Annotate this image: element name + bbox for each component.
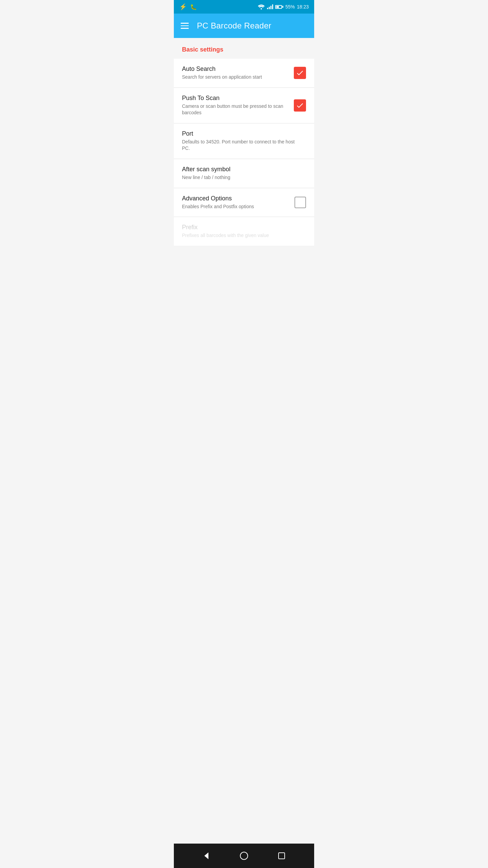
auto-search-content: Auto Search Search for servers on applic… [182, 65, 294, 81]
home-button[interactable] [236, 848, 252, 864]
port-item[interactable]: Port Defaults to 34520. Port number to c… [174, 123, 314, 159]
section-title: Basic settings [182, 46, 223, 53]
svg-marker-1 [204, 852, 208, 859]
section-header: Basic settings [174, 38, 314, 59]
auto-search-item[interactable]: Auto Search Search for servers on applic… [174, 59, 314, 88]
port-title: Port [182, 130, 301, 137]
usb-icon: ⚡ [179, 3, 187, 11]
prefix-title: Prefix [182, 224, 301, 231]
push-to-scan-checkbox[interactable] [294, 99, 306, 112]
after-scan-desc: New line / tab / nothing [182, 174, 301, 181]
wifi-icon [258, 4, 265, 9]
app-title: PC Barcode Reader [197, 21, 271, 31]
push-to-scan-item[interactable]: Push To Scan Camera or scan button must … [174, 88, 314, 123]
status-bar: ⚡ 🐛 55% 18:23 [174, 0, 314, 14]
battery-icon [275, 5, 283, 9]
hamburger-line-2 [181, 25, 189, 26]
advanced-options-item[interactable]: Advanced Options Enables Prefix and Post… [174, 188, 314, 217]
menu-button[interactable] [181, 23, 189, 29]
advanced-options-content: Advanced Options Enables Prefix and Post… [182, 195, 294, 210]
auto-search-checkbox[interactable] [294, 67, 306, 79]
push-to-scan-content: Push To Scan Camera or scan button must … [182, 95, 294, 116]
after-scan-content: After scan symbol New line / tab / nothi… [182, 166, 306, 181]
recent-button[interactable] [273, 848, 290, 864]
push-to-scan-title: Push To Scan [182, 95, 288, 102]
prefix-content: Prefix Prefixes all barcodes with the gi… [182, 224, 306, 239]
port-content: Port Defaults to 34520. Port number to c… [182, 130, 306, 152]
status-bar-left: ⚡ 🐛 [179, 3, 197, 11]
advanced-options-title: Advanced Options [182, 195, 289, 202]
hamburger-line-3 [181, 28, 189, 29]
advanced-options-desc: Enables Prefix and Postfix options [182, 203, 289, 210]
back-button[interactable] [198, 848, 215, 864]
advanced-options-checkbox[interactable] [294, 197, 306, 208]
battery-percentage: 55% [285, 4, 295, 9]
time: 18:23 [297, 4, 309, 9]
bug-icon: 🐛 [190, 4, 197, 10]
bottom-nav [174, 844, 314, 868]
after-scan-title: After scan symbol [182, 166, 301, 173]
svg-point-2 [240, 852, 248, 860]
prefix-desc: Prefixes all barcodes with the given val… [182, 232, 301, 239]
hamburger-line-1 [181, 23, 189, 24]
port-desc: Defaults to 34520. Port number to connec… [182, 139, 301, 152]
settings-list: Auto Search Search for servers on applic… [174, 59, 314, 246]
after-scan-item[interactable]: After scan symbol New line / tab / nothi… [174, 159, 314, 188]
auto-search-title: Auto Search [182, 65, 288, 73]
svg-rect-3 [279, 853, 285, 859]
prefix-item: Prefix Prefixes all barcodes with the gi… [174, 217, 314, 246]
svg-point-0 [261, 8, 262, 9]
signal-bars [267, 4, 273, 9]
main-content: Basic settings Auto Search Search for se… [174, 38, 314, 844]
push-to-scan-desc: Camera or scan button must be pressed to… [182, 103, 288, 116]
status-bar-right: 55% 18:23 [258, 4, 309, 9]
auto-search-desc: Search for servers on application start [182, 74, 288, 81]
toolbar: PC Barcode Reader [174, 14, 314, 38]
